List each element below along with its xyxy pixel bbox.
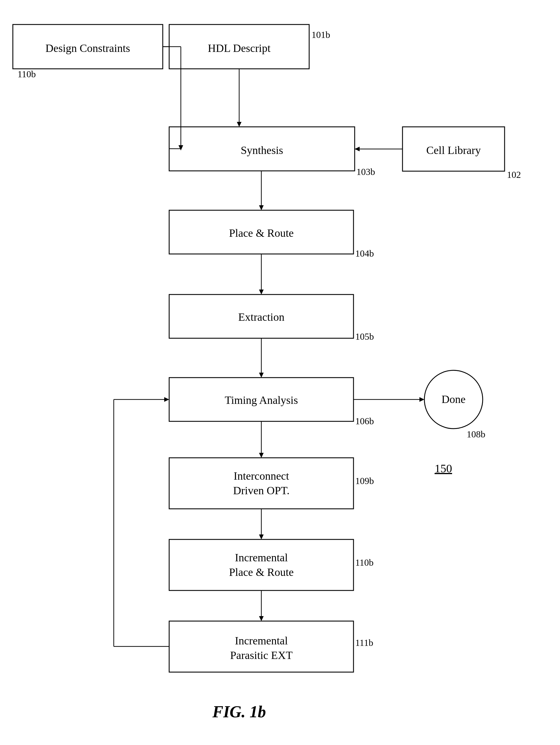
arrow-ipr-ipe (259, 616, 264, 621)
ref-110b-design: 110b (18, 69, 36, 79)
incremental-pr-label1: Incremental (235, 551, 288, 564)
arrow-timing-interconnect (259, 453, 264, 458)
interconnect-label: Interconnect (234, 470, 289, 482)
incremental-pr-label2: Place & Route (229, 566, 294, 578)
cell-library-label: Cell Library (427, 144, 481, 156)
ref-104b: 104b (355, 248, 374, 259)
place-route-label: Place & Route (229, 227, 294, 239)
ref-105b: 105b (355, 331, 374, 342)
ref-110b-ipr: 110b (355, 557, 374, 568)
incremental-pe-label2: Parasitic EXT (230, 649, 292, 661)
hdl-descript-label: HDL Descript (208, 42, 271, 54)
ref-111b: 111b (355, 638, 373, 648)
arrow-feedback-loop (164, 397, 169, 402)
arrow-interconnect-ipr (259, 535, 264, 540)
arrow-timing-done (419, 397, 424, 402)
extraction-label: Extraction (238, 311, 284, 323)
arrow-extraction-timing (259, 372, 264, 378)
arrow-pr-extraction (259, 290, 264, 294)
arrow-synthesis-pr (259, 205, 264, 210)
done-label: Done (442, 393, 466, 405)
arrow-celllib-synthesis (355, 147, 360, 151)
ref-109b: 109b (355, 476, 374, 486)
ref-106b: 106b (355, 416, 374, 426)
diagram-container: Design Constraints 110b HDL Descript 101… (0, 0, 560, 745)
arrow-hdl-synthesis (237, 122, 242, 127)
ref-103b: 103b (356, 166, 375, 177)
design-constraints-label: Design Constraints (45, 42, 130, 54)
driven-opt-label: Driven OPT. (233, 484, 290, 496)
ref-150: 150 (435, 462, 452, 475)
figure-label: FIG. 1b (212, 703, 266, 721)
incremental-pe-label1: Incremental (235, 635, 288, 647)
synthesis-label: Synthesis (241, 144, 283, 156)
ref-102: 102 (507, 169, 521, 180)
timing-analysis-label: Timing Analysis (225, 394, 298, 406)
ref-101b: 101b (311, 29, 330, 40)
ref-108b: 108b (467, 429, 485, 440)
interconnect-driven-opt-box (169, 458, 353, 509)
incremental-place-route-box (169, 540, 353, 590)
